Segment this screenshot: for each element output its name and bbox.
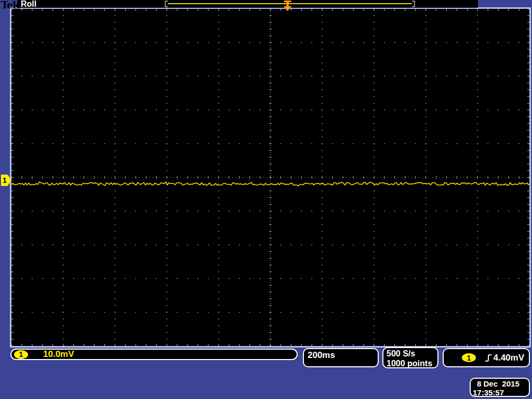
waveform-display (10, 7, 531, 348)
trigger-rising-slope-icon (485, 354, 493, 362)
acquisition-mode-label: Roll (21, 0, 36, 8)
window-right-bracket-icon (411, 1, 416, 7)
tek-brand-logo: Tek (1, 0, 19, 10)
datetime-readout: 8 Dec 2015 17:35:57 (470, 378, 530, 397)
trigger-level: 4.40mV (493, 353, 524, 363)
sample-rate: 500 S/s (387, 349, 434, 358)
time-label: 17:35:57 (471, 388, 529, 397)
time-per-div: 200ms (308, 350, 335, 360)
graticule-and-trace (11, 9, 529, 346)
timebase-readout: 200ms (303, 348, 379, 367)
trigger-readout: 1 4.40mV (443, 348, 530, 367)
acquisition-readout: 500 S/s 1000 points (382, 347, 438, 368)
ch1-trace (11, 182, 529, 185)
window-left-bracket-icon (164, 1, 168, 7)
oscilloscope-screen: { "header": { "brand": "Tek", "acq_mode"… (0, 0, 532, 399)
acquisition-window-bar (147, 0, 422, 8)
trigger-source-badge: 1 (462, 353, 476, 362)
ch1-volts-per-div: 10.0mV (43, 349, 74, 360)
trigger-position-icon (283, 1, 292, 11)
date-label: 8 Dec 2015 (471, 379, 529, 388)
header-bar: Tek Roll (0, 0, 532, 8)
ch1-badge: 1 (14, 350, 28, 359)
ch1-readout: 1 10.0mV (10, 349, 298, 360)
header-status-strip: Roll (17, 0, 478, 8)
record-length: 1000 points (387, 358, 434, 368)
